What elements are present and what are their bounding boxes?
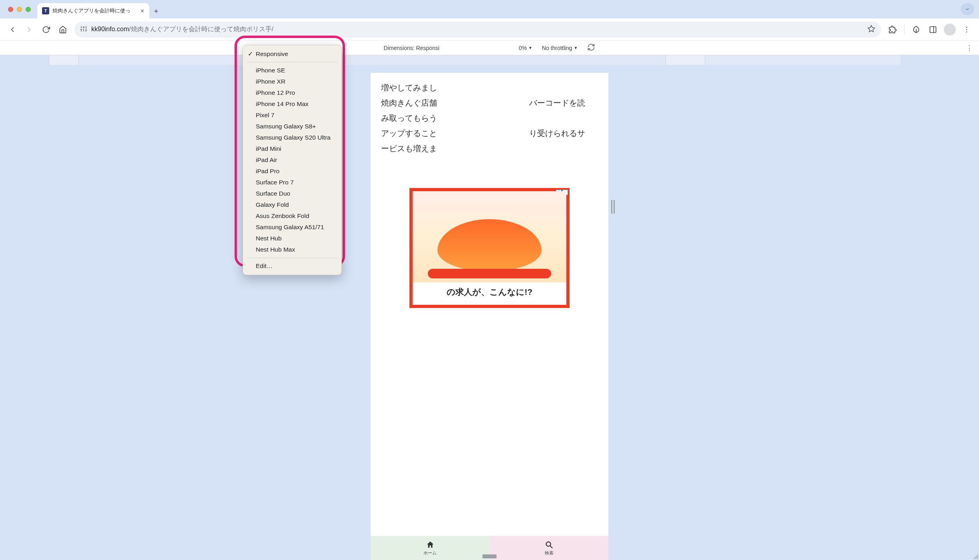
device-menu: Responsive iPhone SEiPhone XRiPhone 12 P…	[243, 45, 342, 275]
device-menu-item[interactable]: Pixel 7	[243, 110, 341, 121]
device-menu-item[interactable]: iPhone 14 Pro Max	[243, 98, 341, 110]
svg-line-18	[975, 556, 978, 559]
device-menu-item[interactable]: iPad Pro	[243, 166, 341, 177]
svg-point-13	[966, 29, 967, 30]
svg-point-14	[966, 31, 967, 32]
sidepanel-button[interactable]	[925, 22, 941, 37]
search-icon	[545, 540, 554, 549]
menu-separator	[247, 258, 337, 258]
toolbar-separator	[904, 24, 905, 35]
zoom-picker[interactable]: 0% ▼	[519, 45, 532, 51]
window-resize-grip[interactable]	[972, 553, 978, 559]
home-icon	[426, 540, 435, 549]
bottom-nav-search[interactable]: 検索	[490, 536, 608, 560]
device-menu-item[interactable]: Nest Hub	[243, 233, 341, 244]
body-text: 増やしてみまし 焼肉きんぐ店舗バーコードを読 み取ってもらう アップすることり受…	[371, 73, 608, 156]
maximize-window-icon[interactable]	[26, 7, 31, 12]
device-menu-item[interactable]: iPhone XR	[243, 76, 341, 87]
url-text: kk90info.com/焼肉きんぐアプリを会計時に使って焼肉ポリス手/	[91, 25, 273, 34]
device-menu-item[interactable]: Samsung Galaxy A51/71	[243, 222, 341, 233]
site-settings-icon[interactable]	[80, 25, 87, 34]
device-menu-item[interactable]: iPad Mini	[243, 143, 341, 154]
window-controls	[2, 0, 37, 18]
menu-separator	[247, 62, 337, 62]
device-menu-item[interactable]: Surface Pro 7	[243, 177, 341, 188]
svg-point-12	[966, 26, 967, 28]
viewport-stage: 増やしてみまし 焼肉きんぐ店舗バーコードを読 み取ってもらう アップすることり受…	[0, 65, 979, 560]
bottom-nav-search-label: 検索	[545, 550, 554, 556]
address-bar[interactable]: kk90info.com/焼肉きんぐアプリを会計時に使って焼肉ポリス手/	[74, 22, 881, 38]
dimensions-picker[interactable]: Dimensions: Responsi	[384, 45, 439, 51]
tab-overflow-button[interactable]	[961, 3, 974, 15]
device-menu-edit[interactable]: Edit…	[243, 260, 341, 272]
device-menu-item[interactable]: Surface Duo	[243, 188, 341, 199]
rotate-button[interactable]	[587, 43, 595, 52]
browser-tab[interactable]: T 焼肉きんぐアプリを会計時に使っ ✕	[37, 3, 149, 18]
device-menu-item[interactable]: Asus Zenbook Fold	[243, 210, 341, 222]
browser-toolbar: kk90info.com/焼肉きんぐアプリを会計時に使って焼肉ポリス手/	[0, 18, 979, 41]
drawer-handle[interactable]	[482, 556, 497, 558]
back-button[interactable]	[5, 22, 20, 37]
device-menu-item[interactable]: Samsung Galaxy S8+	[243, 121, 341, 132]
ad-tagline: の求人が、こんなに!?	[447, 286, 533, 298]
ad-banner[interactable]: ⓘ✕ の求人が、こんなに!?	[409, 188, 570, 308]
svg-line-16	[550, 546, 552, 548]
device-menu-item[interactable]: iPad Air	[243, 154, 341, 166]
resize-handle[interactable]	[611, 200, 615, 214]
browser-chrome: T 焼肉きんぐアプリを会計時に使っ ✕ ＋ kk90info.com/焼肉きんぐ…	[0, 0, 979, 41]
bookmark-button[interactable]	[867, 25, 875, 34]
leaf-icon[interactable]	[909, 22, 924, 37]
throttling-picker[interactable]: No throttling ▼	[542, 45, 578, 51]
svg-point-15	[546, 542, 550, 546]
profile-avatar[interactable]	[944, 24, 956, 36]
favicon-icon: T	[42, 7, 49, 14]
device-menu-item[interactable]: iPhone 12 Pro	[243, 87, 341, 98]
chevron-down-icon	[965, 7, 970, 12]
bottom-nav-home[interactable]: ホーム	[371, 536, 490, 560]
device-menu-item-responsive[interactable]: Responsive	[243, 48, 341, 60]
device-menu-item[interactable]: Nest Hub Max	[243, 244, 341, 255]
device-toolbar-menu[interactable]: ⋮	[966, 44, 973, 52]
tab-strip: T 焼肉きんぐアプリを会計時に使っ ✕ ＋	[0, 0, 979, 18]
bottom-nav-home-label: ホーム	[423, 550, 437, 556]
svg-marker-9	[868, 25, 875, 32]
ad-image	[413, 191, 566, 282]
emulated-page: 増やしてみまし 焼肉きんぐ店舗バーコードを読 み取ってもらう アップすることり受…	[371, 73, 608, 560]
home-button[interactable]	[55, 22, 70, 37]
kebab-menu-button[interactable]	[959, 22, 974, 37]
device-menu-item[interactable]: Galaxy Fold	[243, 199, 341, 210]
device-menu-item[interactable]: iPhone SE	[243, 65, 341, 76]
new-tab-button[interactable]: ＋	[149, 3, 163, 18]
reload-button[interactable]	[38, 22, 54, 37]
extensions-button[interactable]	[885, 22, 900, 37]
ruler	[0, 55, 979, 65]
forward-button[interactable]	[22, 22, 37, 37]
device-menu-item[interactable]: Samsung Galaxy S20 Ultra	[243, 132, 341, 143]
svg-line-19	[977, 558, 978, 559]
close-window-icon[interactable]	[8, 7, 13, 12]
device-toolbar: Dimensions: Responsi 0% ▼ No throttling …	[0, 41, 979, 55]
minimize-window-icon[interactable]	[17, 7, 22, 12]
svg-rect-10	[930, 26, 936, 32]
tab-title: 焼肉きんぐアプリを会計時に使っ	[52, 7, 137, 14]
close-tab-icon[interactable]: ✕	[140, 8, 144, 14]
